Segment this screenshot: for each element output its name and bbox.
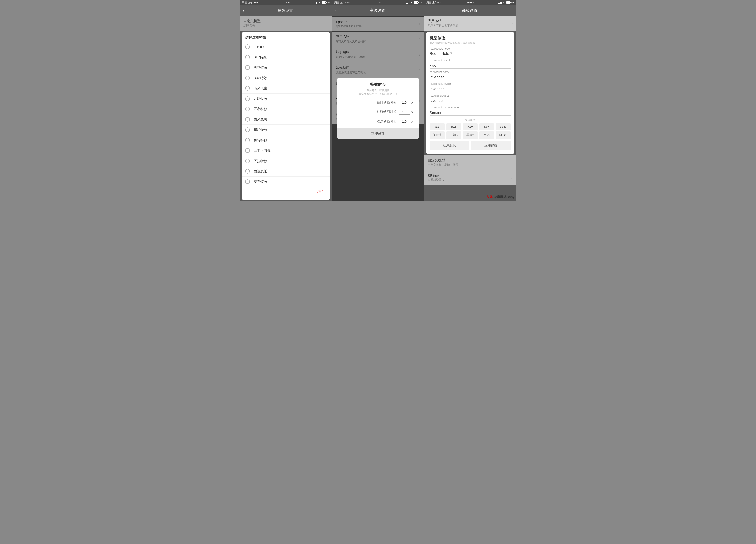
field-input-build[interactable]: [430, 98, 511, 104]
cancel-button-1[interactable]: 取消: [317, 190, 324, 194]
back-button-1[interactable]: ‹: [243, 8, 245, 13]
presets-label: 预设机型: [430, 118, 511, 122]
list-item-1[interactable]: Blur特效: [242, 52, 330, 62]
list-item-10[interactable]: 上中下特效: [242, 145, 330, 156]
field-input-brand[interactable]: [430, 62, 511, 69]
bg-item-1: 自定义机型 品牌·代号 ›: [240, 16, 332, 31]
list-item-text-10: 上中下特效: [254, 148, 271, 153]
list-item-11[interactable]: 下拉特效: [242, 156, 330, 166]
preset-porsche[interactable]: 保时捷: [430, 131, 445, 139]
list-item-3[interactable]: DX8特效: [242, 73, 330, 83]
device-mod-dialog: 机型修改 修改机型可能导致设备异常，请谨慎修改 ro.product.model…: [426, 32, 514, 154]
radio-6[interactable]: [245, 107, 250, 111]
preset-r11plus[interactable]: R11+: [430, 123, 445, 130]
list-item-text-6: 匿名特效: [254, 107, 267, 111]
radio-11[interactable]: [245, 159, 250, 163]
list-item-6[interactable]: 匿名特效: [242, 104, 330, 114]
device-mod-subtitle: 修改机型可能导致设备异常，请谨慎修改: [430, 41, 511, 45]
battery-level-3: 98: [511, 1, 514, 4]
field-input-manufacturer[interactable]: [430, 109, 511, 116]
list-item-text-3: DX8特效: [254, 76, 267, 80]
dialog-label-0: 窗口动画时长: [377, 101, 396, 105]
preset-r15[interactable]: R15: [446, 123, 461, 130]
wifi-icon-1: ▲: [318, 1, 321, 4]
dialog-input-2[interactable]: [399, 119, 410, 124]
top-bar-1: ‹ 高级设置: [240, 5, 332, 16]
duration-dialog: 特效时长 数值越大，时长越长 输入整数或小数，可单独修改一项 窗口动画时长 x …: [337, 78, 419, 139]
field-label-2: ro.product.name: [430, 71, 511, 74]
radio-3[interactable]: [245, 76, 250, 80]
dialog-input-0[interactable]: [399, 100, 410, 105]
list-item-9[interactable]: 翻转特效: [242, 135, 330, 145]
back-button-3[interactable]: ‹: [427, 8, 429, 13]
bg-bottom-item-2: SElinux 查看或设置... ›: [424, 170, 516, 185]
arrow-icon-1: ›: [327, 21, 328, 25]
radio-1[interactable]: [245, 55, 250, 59]
list-item-text-5: 九尾特效: [254, 97, 267, 101]
list-item-8[interactable]: 超炫特效: [242, 125, 330, 135]
signal-icon-2: [406, 1, 409, 4]
confirm-button[interactable]: 立即修改: [337, 128, 419, 139]
device-action-row: 还原默认 应用修改: [430, 141, 511, 150]
radio-0[interactable]: [245, 44, 250, 49]
list-item-4[interactable]: 飞来飞去: [242, 83, 330, 94]
screen-content-1: 自定义机型 品牌·代号 › 选择过渡特效 3D1XX Blur特效: [240, 16, 332, 201]
top-bar-title-1: 高级设置: [247, 8, 324, 13]
list-item-0[interactable]: 3D1XX: [242, 42, 330, 52]
field-input-device[interactable]: [430, 86, 511, 92]
status-right-2: ▲ 98: [406, 1, 422, 4]
list-item-2[interactable]: 抖动特效: [242, 62, 330, 73]
radio-12[interactable]: [245, 169, 250, 174]
battery-icon-1: [322, 1, 326, 4]
field-label-3: ro.product.device: [430, 82, 511, 86]
radio-9[interactable]: [245, 138, 250, 142]
preset-x20[interactable]: X20: [463, 123, 478, 130]
wifi-icon-3: ▲: [502, 1, 505, 4]
bg-bottom-title-1: 自定义机型: [428, 158, 511, 163]
radio-4[interactable]: [245, 86, 250, 91]
field-label-4: ro.build.product: [430, 94, 511, 97]
dialog-input-1[interactable]: [399, 110, 410, 115]
bg-top-arrow-3: ›: [511, 21, 513, 25]
bg-bottom-arrow-2: ›: [511, 176, 513, 180]
preset-oneplus6[interactable]: 一加6: [446, 131, 461, 139]
status-speed-2: 0.3K/s: [375, 1, 382, 4]
radio-5[interactable]: [245, 96, 250, 101]
status-speed-3: 0.0K/s: [467, 1, 474, 4]
preset-s9plus[interactable]: S9+: [479, 123, 494, 130]
field-input-name[interactable]: [430, 74, 511, 80]
list-item-text-4: 飞来飞去: [254, 86, 267, 91]
bg-bottom-arrow-1: ›: [511, 160, 513, 165]
bg-bottom-subtitle-2: 查看或设置...: [428, 178, 511, 182]
dialog-suffix-1: x: [411, 110, 413, 114]
screen-1: 周三 上午09:02 0.1K/s ▲ 99 ‹ 高级设置: [240, 0, 332, 201]
list-item-12[interactable]: 由远及近: [242, 166, 330, 177]
list-item-5[interactable]: 九尾特效: [242, 94, 330, 104]
bg-top-subtitle-3: 尼玛见不得人又不舍得卸: [428, 24, 511, 28]
dialog-row-1: 过渡动画时长 x: [337, 107, 419, 117]
radio-8[interactable]: [245, 127, 250, 132]
radio-7[interactable]: [245, 117, 250, 122]
watermark: 头条 @卑鄙坑Baby: [486, 195, 514, 199]
radio-2[interactable]: [245, 65, 250, 70]
field-input-model[interactable]: [430, 51, 511, 57]
apply-button[interactable]: 应用修改: [471, 141, 511, 150]
list-item-13[interactable]: 左右特效: [242, 177, 330, 187]
radio-13[interactable]: [245, 179, 250, 184]
duration-dialog-overlay: 特效时长 数值越大，时长越长 输入整数或小数，可单独修改一项 窗口动画时长 x …: [332, 16, 424, 201]
transition-list-dialog: 选择过渡特效 3D1XX Blur特效 抖动特效 DX8特效: [242, 32, 330, 200]
radio-10[interactable]: [245, 148, 250, 153]
list-item-7[interactable]: 飘来飘去: [242, 114, 330, 125]
status-time-3: 周三 上午09:07: [426, 1, 444, 4]
back-button-2[interactable]: ‹: [335, 8, 337, 13]
preset-z17s[interactable]: Z17S: [479, 131, 494, 139]
restore-default-button[interactable]: 还原默认: [430, 141, 469, 150]
list-item-text-8: 超炫特效: [254, 128, 267, 132]
duration-dialog-subtitle: 数值越大，时长越长 输入整数或小数，可单独修改一项: [337, 88, 419, 98]
preset-mia1[interactable]: MI A1: [496, 131, 511, 139]
preset-blackshark2[interactable]: 黑鲨2: [463, 131, 478, 139]
presets-grid: R11+ R15 X20 S9+ 8848 保时捷 一加6 黑鲨2 Z17S M…: [430, 123, 511, 139]
wifi-icon-2: ▲: [410, 1, 413, 4]
cancel-area: 取消: [243, 187, 328, 198]
preset-8848[interactable]: 8848: [496, 123, 511, 130]
